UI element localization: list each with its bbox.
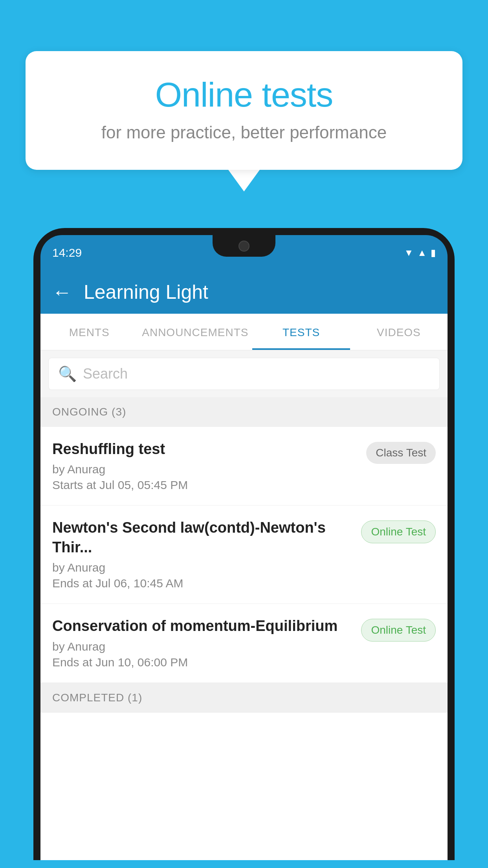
test-date: Starts at Jul 05, 05:45 PM xyxy=(52,478,358,492)
speech-bubble-pointer xyxy=(228,170,260,191)
status-icons: ▼ ▲ ▮ xyxy=(404,247,436,258)
speech-bubble-section: Online tests for more practice, better p… xyxy=(26,51,462,191)
tab-ments[interactable]: MENTS xyxy=(40,314,138,350)
search-placeholder: Search xyxy=(83,366,128,382)
phone-outer: 14:29 ▼ ▲ ▮ ← Learning Light MENTS xyxy=(33,228,455,860)
test-date: Ends at Jul 06, 10:45 AM xyxy=(52,577,353,590)
phone-mockup: 14:29 ▼ ▲ ▮ ← Learning Light MENTS xyxy=(33,228,455,868)
test-author: by Anurag xyxy=(52,640,353,653)
speech-bubble-subtitle: for more practice, better performance xyxy=(57,123,431,142)
speech-bubble-title: Online tests xyxy=(57,75,431,115)
test-author: by Anurag xyxy=(52,561,353,574)
signal-icon: ▲ xyxy=(417,247,427,258)
app-toolbar: ← Learning Light xyxy=(40,270,448,314)
test-item[interactable]: Reshuffling test by Anurag Starts at Jul… xyxy=(40,427,448,506)
camera xyxy=(238,241,250,252)
tabs-bar: MENTS ANNOUNCEMENTS TESTS VIDEOS xyxy=(40,314,448,351)
test-badge-online: Online Test xyxy=(361,520,436,543)
wifi-icon: ▼ xyxy=(404,247,413,258)
phone-notch xyxy=(213,235,275,257)
test-date: Ends at Jun 10, 06:00 PM xyxy=(52,656,353,669)
test-item-content: Newton's Second law(contd)-Newton's Thir… xyxy=(52,518,361,592)
test-item[interactable]: Newton's Second law(contd)-Newton's Thir… xyxy=(40,506,448,604)
app-title: Learning Light xyxy=(84,281,208,303)
status-bar: 14:29 ▼ ▲ ▮ xyxy=(40,235,448,270)
battery-icon: ▮ xyxy=(431,247,436,258)
test-item-content: Conservation of momentum-Equilibrium by … xyxy=(52,616,361,671)
test-title: Reshuffling test xyxy=(52,440,358,459)
test-item[interactable]: Conservation of momentum-Equilibrium by … xyxy=(40,604,448,682)
search-icon: 🔍 xyxy=(58,365,77,383)
search-container: 🔍 Search xyxy=(40,351,448,397)
phone-time: 14:29 xyxy=(52,246,82,259)
test-title: Conservation of momentum-Equilibrium xyxy=(52,616,353,636)
back-button[interactable]: ← xyxy=(52,282,72,302)
test-item-content: Reshuffling test by Anurag Starts at Jul… xyxy=(52,440,366,494)
test-title: Newton's Second law(contd)-Newton's Thir… xyxy=(52,518,353,557)
search-box[interactable]: 🔍 Search xyxy=(48,358,440,390)
ongoing-section-header: ONGOING (3) xyxy=(40,397,448,427)
test-author: by Anurag xyxy=(52,463,358,476)
tab-videos[interactable]: VIDEOS xyxy=(350,314,448,350)
tab-tests[interactable]: TESTS xyxy=(252,314,350,350)
test-badge-online: Online Test xyxy=(361,619,436,642)
test-badge-class: Class Test xyxy=(366,442,436,464)
app-screen: ← Learning Light MENTS ANNOUNCEMENTS TES… xyxy=(40,270,448,860)
completed-section-header: COMPLETED (1) xyxy=(40,683,448,713)
speech-bubble: Online tests for more practice, better p… xyxy=(26,51,462,170)
tab-announcements[interactable]: ANNOUNCEMENTS xyxy=(138,314,252,350)
